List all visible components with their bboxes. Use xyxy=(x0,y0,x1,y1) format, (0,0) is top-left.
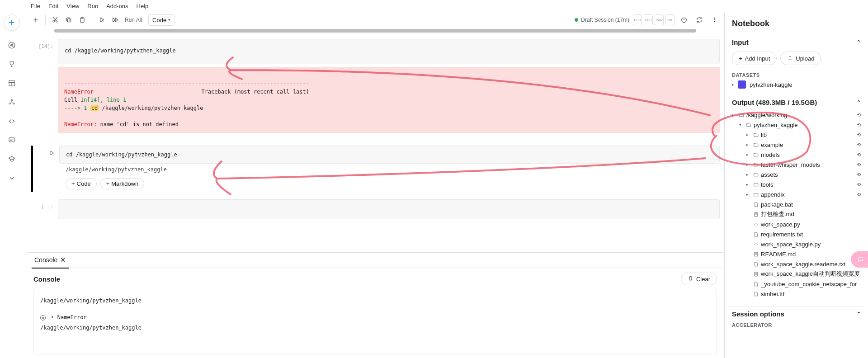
chevron-down-icon: ▾ xyxy=(168,18,170,22)
input-section-header[interactable]: Input ⌃ xyxy=(732,38,861,46)
power-button[interactable] xyxy=(678,14,690,26)
refresh-icon[interactable]: ⟲ xyxy=(857,152,861,158)
toolbar: Run All Code ▾ Draft Session (17m) HDD C… xyxy=(27,13,723,27)
trophy-icon[interactable] xyxy=(7,60,16,69)
tree-label: work_space_kaggle.py xyxy=(761,241,861,248)
tree-row[interactable]: ▸example⟲ xyxy=(732,140,861,150)
add-markdown-button[interactable]: +Markdown xyxy=(100,178,145,189)
tree-row[interactable]: ▸faster-whisper_models⟲ xyxy=(732,160,861,170)
tree-row[interactable]: work_space_kaggle.reademe.txt xyxy=(732,259,861,269)
tree-label: appendix xyxy=(761,191,855,198)
tree-row[interactable]: ▸assets⟲ xyxy=(732,170,861,179)
menu-file[interactable]: File xyxy=(31,3,40,9)
session-status[interactable]: Draft Session (17m) xyxy=(575,17,629,23)
tree-row[interactable]: ▸models⟲ xyxy=(732,150,861,160)
create-button[interactable]: + xyxy=(4,14,20,31)
refresh-icon[interactable]: ⟲ xyxy=(857,162,861,168)
cut-button[interactable] xyxy=(49,14,61,26)
tree-row[interactable]: README.md xyxy=(732,249,861,259)
tree-chevron-icon: ▸ xyxy=(746,162,751,167)
tree-label: package.bat xyxy=(761,201,861,208)
refresh-icon[interactable]: ⟲ xyxy=(857,112,861,118)
copy-button[interactable] xyxy=(63,14,75,26)
tree-row[interactable]: 打包检查.md xyxy=(732,209,861,219)
refresh-icon[interactable]: ⟲ xyxy=(857,132,861,138)
folder-icon xyxy=(753,182,759,188)
tree-row[interactable]: _youtube_com_cookie_netscape_for xyxy=(732,279,861,289)
refresh-icon[interactable]: ⟲ xyxy=(857,172,861,178)
console-output[interactable]: /kaggle/working/pytvzhen_kaggle ✕ • Name… xyxy=(33,290,717,354)
model-icon[interactable] xyxy=(7,98,16,107)
table-icon[interactable] xyxy=(7,79,16,88)
cell-prompt: [ ]: xyxy=(31,199,58,219)
clear-button[interactable]: Clear xyxy=(681,273,717,285)
tree-row[interactable]: simhei.ttf xyxy=(732,289,861,299)
console-line: /kaggle/working/pytvzhen_kaggle xyxy=(40,296,710,306)
tree-row[interactable]: ▸tools⟲ xyxy=(732,179,861,189)
refresh-icon[interactable]: ⟲ xyxy=(857,142,861,148)
session-options-header[interactable]: Session options ⌃ xyxy=(732,310,861,318)
refresh-icon[interactable]: ⟲ xyxy=(857,192,861,198)
upload-button[interactable]: Upload xyxy=(780,52,821,65)
discussion-icon[interactable] xyxy=(7,136,16,145)
tree-label: README.md xyxy=(761,251,861,258)
restart-button[interactable] xyxy=(693,14,705,26)
menu-help[interactable]: Help xyxy=(137,3,149,9)
menu-run[interactable]: Run xyxy=(87,3,98,9)
folder-icon xyxy=(738,112,745,118)
code-icon[interactable] xyxy=(7,117,16,126)
console-tab[interactable]: Console ✕ xyxy=(32,252,69,268)
output-section-header[interactable]: Output (489.3MB / 19.5GB) ⌃ xyxy=(732,99,861,106)
close-icon[interactable]: ✕ xyxy=(60,256,66,264)
code-input[interactable]: cd /kaggle/working/pytvzhen_kaggle xyxy=(58,39,720,64)
tree-row[interactable]: requirements.txt xyxy=(732,229,861,239)
tree-row[interactable]: ▸lib⟲ xyxy=(732,130,861,140)
compass-icon[interactable] xyxy=(7,41,16,50)
tree-row[interactable]: work_space_kaggle.py xyxy=(732,239,861,249)
add-code-button[interactable]: +Code xyxy=(66,178,97,189)
horizontal-scrollbar[interactable] xyxy=(54,29,696,33)
tree-label: models xyxy=(761,151,855,158)
chat-bubble-button[interactable] xyxy=(851,251,868,268)
svg-rect-34 xyxy=(755,272,758,276)
learn-icon[interactable] xyxy=(7,155,16,164)
console-title: Console xyxy=(33,275,60,283)
file-icon xyxy=(753,231,759,237)
run-all-button[interactable]: Run All xyxy=(123,17,144,23)
tree-row[interactable]: package.bat xyxy=(732,199,861,209)
tree-label: 打包检查.md xyxy=(761,210,861,218)
paste-button[interactable] xyxy=(76,14,88,26)
tree-row[interactable]: ▾pytvzhen_kaggle⟲ xyxy=(732,120,861,130)
more-menu-button[interactable] xyxy=(709,14,721,26)
run-cell-button[interactable] xyxy=(96,14,108,26)
left-rail: + xyxy=(0,0,24,358)
code-input[interactable] xyxy=(58,199,720,219)
tree-label: faster-whisper_models xyxy=(761,161,855,168)
fast-forward-button[interactable] xyxy=(109,14,121,26)
tree-row[interactable]: ▸appendix⟲ xyxy=(732,189,861,199)
cell-type-dropdown[interactable]: Code ▾ xyxy=(148,14,175,26)
more-chevron-icon[interactable] xyxy=(7,174,16,183)
refresh-icon[interactable]: ⟲ xyxy=(857,122,861,128)
menu-edit[interactable]: Edit xyxy=(48,3,58,9)
tree-chevron-icon: ▸ xyxy=(746,172,751,177)
notebook-main: [14]: cd /kaggle/working/pytvzhen_kaggle… xyxy=(27,29,723,358)
add-input-button[interactable]: +Add Input xyxy=(732,52,777,65)
tree-label: work_space_kaggle.reademe.txt xyxy=(761,261,861,268)
add-cell-button[interactable] xyxy=(30,14,42,26)
tree-row[interactable]: work_space.py xyxy=(732,219,861,229)
folder-icon xyxy=(753,172,759,178)
refresh-icon[interactable]: ⟲ xyxy=(857,182,861,188)
menu-view[interactable]: View xyxy=(66,3,79,9)
cell-run-button[interactable] xyxy=(35,146,59,192)
tree-row[interactable]: ▸/kaggle/working⟲ xyxy=(732,110,861,120)
tree-label: work_space.py xyxy=(761,221,861,228)
tree-row[interactable]: work_space_kaggle自动判断视频宽度 xyxy=(732,269,861,279)
tree-label: _youtube_com_cookie_netscape_for xyxy=(761,281,861,287)
console-tabs: Console ✕ xyxy=(27,253,723,268)
folder-icon xyxy=(753,132,759,138)
svg-marker-1 xyxy=(10,44,13,47)
code-input[interactable]: cd /kaggle/working/pytvzhen_kaggle xyxy=(59,146,720,164)
dataset-row[interactable]: ▸ pytvzhen-kaggle xyxy=(732,78,861,91)
menu-addons[interactable]: Add-ons xyxy=(106,3,128,9)
